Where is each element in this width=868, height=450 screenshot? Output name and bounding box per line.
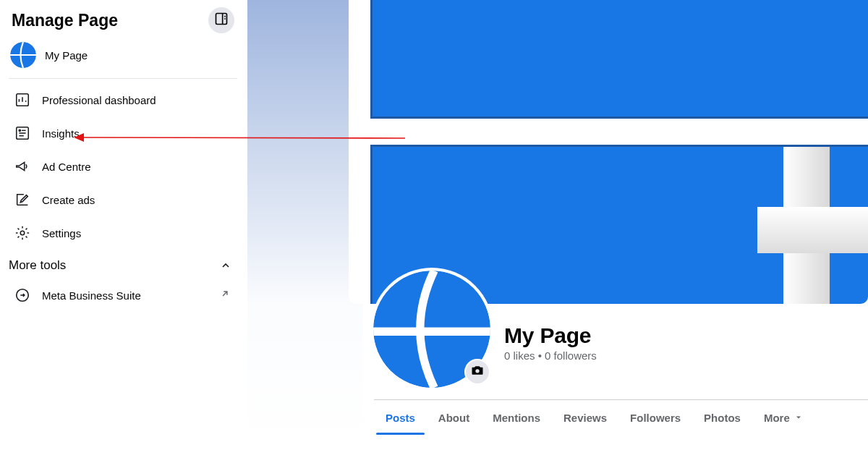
svg-point-12 bbox=[20, 231, 25, 235]
nav-ad-centre[interactable]: Ad Centre bbox=[9, 150, 237, 183]
tab-followers[interactable]: Followers bbox=[618, 400, 692, 434]
gradient-shadow bbox=[247, 0, 363, 450]
nav-label: Meta Business Suite bbox=[42, 289, 217, 302]
nav-label: Settings bbox=[42, 227, 233, 239]
tab-more[interactable]: More bbox=[752, 400, 814, 434]
main-content: My Page 0 likes • 0 followers Posts Abou… bbox=[247, 0, 868, 450]
tab-mentions[interactable]: Mentions bbox=[481, 400, 552, 434]
sidebar-page-item[interactable]: My Page bbox=[9, 38, 237, 79]
caret-down-icon bbox=[794, 412, 803, 424]
sidebar-title: Manage Page bbox=[12, 11, 118, 30]
camera-icon bbox=[470, 363, 485, 381]
sidebar: Manage Page My Page Professional dashboa… bbox=[0, 0, 247, 450]
nav-settings[interactable]: Settings bbox=[9, 216, 237, 250]
page-title: My Page bbox=[504, 323, 597, 348]
nav-meta-business-suite[interactable]: Meta Business Suite bbox=[9, 279, 237, 312]
more-tools-toggle[interactable]: More tools bbox=[9, 250, 237, 279]
tab-posts[interactable]: Posts bbox=[374, 400, 427, 434]
page-avatar-small bbox=[10, 42, 36, 68]
page-stats: 0 likes • 0 followers bbox=[504, 349, 597, 362]
more-tools-label: More tools bbox=[9, 258, 66, 273]
cover-photo[interactable] bbox=[349, 0, 868, 304]
nav-label: Create ads bbox=[42, 194, 233, 206]
gear-icon bbox=[13, 224, 32, 242]
svg-point-16 bbox=[475, 369, 479, 373]
nav-label: Insights bbox=[42, 127, 233, 140]
page-tabs: Posts About Mentions Reviews Followers P… bbox=[374, 399, 868, 434]
sidebar-page-name: My Page bbox=[45, 49, 88, 61]
dashboard-icon bbox=[13, 90, 32, 109]
page-avatar-large-wrap bbox=[370, 268, 493, 391]
chevron-up-icon bbox=[218, 258, 233, 273]
panel-icon bbox=[214, 12, 229, 29]
tab-photos[interactable]: Photos bbox=[692, 400, 752, 434]
svg-point-8 bbox=[19, 130, 20, 131]
tab-about[interactable]: About bbox=[427, 400, 481, 434]
nav-create-ads[interactable]: Create ads bbox=[9, 183, 237, 216]
nav-label: Professional dashboard bbox=[42, 94, 233, 106]
nav-insights[interactable]: Insights bbox=[9, 116, 237, 150]
panel-toggle-button[interactable] bbox=[208, 7, 234, 33]
nav-label: Ad Centre bbox=[42, 161, 233, 173]
external-link-icon bbox=[13, 286, 32, 305]
megaphone-icon bbox=[13, 157, 32, 176]
nav-professional-dashboard[interactable]: Professional dashboard bbox=[9, 83, 237, 116]
insights-icon bbox=[13, 124, 32, 143]
edit-avatar-button[interactable] bbox=[464, 359, 490, 385]
tab-reviews[interactable]: Reviews bbox=[552, 400, 618, 434]
cover-segment-top bbox=[370, 0, 868, 119]
open-external-icon bbox=[217, 289, 230, 302]
compose-icon bbox=[13, 190, 32, 209]
